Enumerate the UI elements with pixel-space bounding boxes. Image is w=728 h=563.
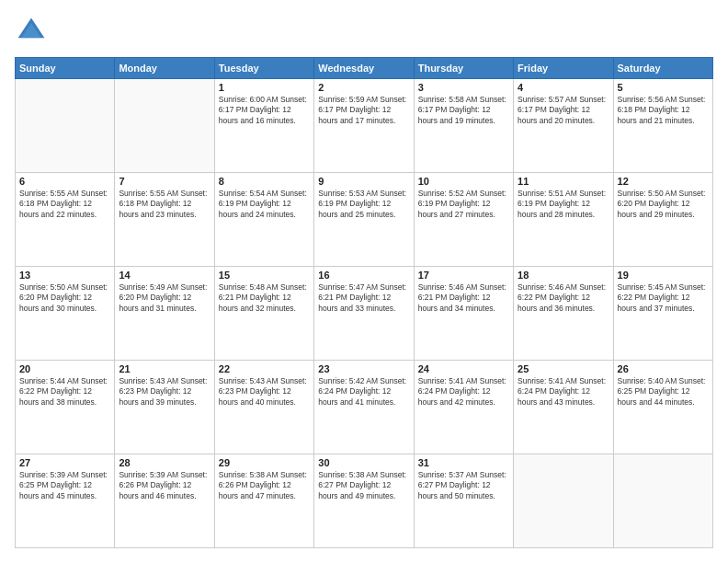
day-info-31: Sunrise: 5:37 AM Sunset: 6:27 PM Dayligh…	[418, 470, 509, 501]
header	[15, 15, 713, 48]
day-info-24: Sunrise: 5:41 AM Sunset: 6:24 PM Dayligh…	[418, 376, 509, 408]
week-row-2: 6Sunrise: 5:55 AM Sunset: 6:18 PM Daylig…	[16, 173, 713, 267]
day-number-30: 30	[318, 457, 409, 468]
day-info-15: Sunrise: 5:48 AM Sunset: 6:21 PM Dayligh…	[219, 282, 310, 314]
empty-cell	[16, 79, 115, 173]
day-number-15: 15	[219, 270, 310, 281]
day-cell-30: 30Sunrise: 5:38 AM Sunset: 6:27 PM Dayli…	[314, 454, 414, 548]
day-info-6: Sunrise: 5:55 AM Sunset: 6:18 PM Dayligh…	[19, 189, 110, 220]
day-number-20: 20	[19, 363, 110, 374]
day-cell-14: 14Sunrise: 5:49 AM Sunset: 6:20 PM Dayli…	[115, 267, 214, 361]
day-number-22: 22	[219, 363, 310, 374]
logo	[15, 15, 51, 48]
day-info-23: Sunrise: 5:42 AM Sunset: 6:24 PM Dayligh…	[318, 376, 409, 408]
day-cell-6: 6Sunrise: 5:55 AM Sunset: 6:18 PM Daylig…	[16, 173, 115, 267]
day-cell-23: 23Sunrise: 5:42 AM Sunset: 6:24 PM Dayli…	[314, 361, 414, 454]
week-row-3: 13Sunrise: 5:50 AM Sunset: 6:20 PM Dayli…	[16, 267, 713, 361]
day-info-25: Sunrise: 5:41 AM Sunset: 6:24 PM Dayligh…	[518, 376, 609, 408]
day-info-20: Sunrise: 5:44 AM Sunset: 6:22 PM Dayligh…	[19, 376, 110, 408]
day-info-30: Sunrise: 5:38 AM Sunset: 6:27 PM Dayligh…	[318, 470, 409, 501]
weekday-header-sunday: Sunday	[16, 58, 115, 79]
day-number-5: 5	[618, 82, 709, 93]
weekday-header-friday: Friday	[514, 58, 613, 79]
day-cell-20: 20Sunrise: 5:44 AM Sunset: 6:22 PM Dayli…	[16, 361, 115, 454]
day-cell-17: 17Sunrise: 5:46 AM Sunset: 6:21 PM Dayli…	[414, 267, 513, 361]
day-info-4: Sunrise: 5:57 AM Sunset: 6:17 PM Dayligh…	[518, 95, 609, 126]
weekday-header-saturday: Saturday	[613, 58, 712, 79]
day-info-26: Sunrise: 5:40 AM Sunset: 6:25 PM Dayligh…	[618, 376, 709, 408]
day-info-11: Sunrise: 5:51 AM Sunset: 6:19 PM Dayligh…	[518, 189, 609, 220]
day-cell-5: 5Sunrise: 5:56 AM Sunset: 6:18 PM Daylig…	[613, 79, 712, 173]
day-cell-28: 28Sunrise: 5:39 AM Sunset: 6:26 PM Dayli…	[115, 454, 214, 548]
day-cell-24: 24Sunrise: 5:41 AM Sunset: 6:24 PM Dayli…	[414, 361, 513, 454]
day-number-10: 10	[418, 176, 509, 187]
day-info-2: Sunrise: 5:59 AM Sunset: 6:17 PM Dayligh…	[318, 95, 409, 126]
day-cell-9: 9Sunrise: 5:53 AM Sunset: 6:19 PM Daylig…	[314, 173, 414, 267]
day-cell-3: 3Sunrise: 5:58 AM Sunset: 6:17 PM Daylig…	[414, 79, 513, 173]
day-number-3: 3	[418, 82, 509, 93]
day-info-9: Sunrise: 5:53 AM Sunset: 6:19 PM Dayligh…	[318, 189, 409, 220]
day-number-8: 8	[219, 176, 310, 187]
day-cell-12: 12Sunrise: 5:50 AM Sunset: 6:20 PM Dayli…	[613, 173, 712, 267]
day-cell-21: 21Sunrise: 5:43 AM Sunset: 6:23 PM Dayli…	[115, 361, 214, 454]
calendar-table: SundayMondayTuesdayWednesdayThursdayFrid…	[15, 57, 713, 548]
day-cell-11: 11Sunrise: 5:51 AM Sunset: 6:19 PM Dayli…	[514, 173, 613, 267]
empty-cell	[514, 454, 613, 548]
day-number-31: 31	[418, 457, 509, 468]
day-info-10: Sunrise: 5:52 AM Sunset: 6:19 PM Dayligh…	[418, 189, 509, 220]
day-cell-2: 2Sunrise: 5:59 AM Sunset: 6:17 PM Daylig…	[314, 79, 414, 173]
day-cell-1: 1Sunrise: 6:00 AM Sunset: 6:17 PM Daylig…	[214, 79, 313, 173]
weekday-header-monday: Monday	[115, 58, 214, 79]
day-number-29: 29	[219, 457, 310, 468]
page: SundayMondayTuesdayWednesdayThursdayFrid…	[0, 0, 728, 563]
day-cell-31: 31Sunrise: 5:37 AM Sunset: 6:27 PM Dayli…	[414, 454, 513, 548]
day-info-28: Sunrise: 5:39 AM Sunset: 6:26 PM Dayligh…	[119, 470, 210, 501]
day-number-2: 2	[318, 82, 409, 93]
day-number-25: 25	[518, 363, 609, 374]
day-number-23: 23	[318, 363, 409, 374]
day-number-1: 1	[219, 82, 310, 93]
week-row-4: 20Sunrise: 5:44 AM Sunset: 6:22 PM Dayli…	[16, 361, 713, 454]
weekday-header-wednesday: Wednesday	[314, 58, 414, 79]
day-info-5: Sunrise: 5:56 AM Sunset: 6:18 PM Dayligh…	[618, 95, 709, 126]
weekday-header-row: SundayMondayTuesdayWednesdayThursdayFrid…	[16, 58, 713, 79]
day-number-6: 6	[19, 176, 110, 187]
day-cell-25: 25Sunrise: 5:41 AM Sunset: 6:24 PM Dayli…	[514, 361, 613, 454]
day-cell-15: 15Sunrise: 5:48 AM Sunset: 6:21 PM Dayli…	[214, 267, 313, 361]
day-number-18: 18	[518, 270, 609, 281]
week-row-5: 27Sunrise: 5:39 AM Sunset: 6:25 PM Dayli…	[16, 454, 713, 548]
day-info-19: Sunrise: 5:45 AM Sunset: 6:22 PM Dayligh…	[618, 282, 709, 314]
day-info-13: Sunrise: 5:50 AM Sunset: 6:20 PM Dayligh…	[19, 282, 110, 314]
day-number-19: 19	[618, 270, 709, 281]
day-number-21: 21	[119, 363, 210, 374]
day-number-26: 26	[618, 363, 709, 374]
day-info-29: Sunrise: 5:38 AM Sunset: 6:26 PM Dayligh…	[219, 470, 310, 501]
day-number-9: 9	[318, 176, 409, 187]
weekday-header-thursday: Thursday	[414, 58, 513, 79]
day-cell-26: 26Sunrise: 5:40 AM Sunset: 6:25 PM Dayli…	[613, 361, 712, 454]
day-info-8: Sunrise: 5:54 AM Sunset: 6:19 PM Dayligh…	[219, 189, 310, 220]
day-cell-7: 7Sunrise: 5:55 AM Sunset: 6:18 PM Daylig…	[115, 173, 214, 267]
logo-icon	[15, 15, 48, 48]
day-number-14: 14	[119, 270, 210, 281]
day-number-13: 13	[19, 270, 110, 281]
day-number-12: 12	[618, 176, 709, 187]
day-info-12: Sunrise: 5:50 AM Sunset: 6:20 PM Dayligh…	[618, 189, 709, 220]
week-row-1: 1Sunrise: 6:00 AM Sunset: 6:17 PM Daylig…	[16, 79, 713, 173]
day-info-18: Sunrise: 5:46 AM Sunset: 6:22 PM Dayligh…	[518, 282, 609, 314]
empty-cell	[613, 454, 712, 548]
day-info-3: Sunrise: 5:58 AM Sunset: 6:17 PM Dayligh…	[418, 95, 509, 126]
day-number-27: 27	[19, 457, 110, 468]
day-cell-10: 10Sunrise: 5:52 AM Sunset: 6:19 PM Dayli…	[414, 173, 513, 267]
day-cell-8: 8Sunrise: 5:54 AM Sunset: 6:19 PM Daylig…	[214, 173, 313, 267]
day-cell-27: 27Sunrise: 5:39 AM Sunset: 6:25 PM Dayli…	[16, 454, 115, 548]
day-cell-13: 13Sunrise: 5:50 AM Sunset: 6:20 PM Dayli…	[16, 267, 115, 361]
day-number-24: 24	[418, 363, 509, 374]
day-info-14: Sunrise: 5:49 AM Sunset: 6:20 PM Dayligh…	[119, 282, 210, 314]
day-cell-29: 29Sunrise: 5:38 AM Sunset: 6:26 PM Dayli…	[214, 454, 313, 548]
day-info-1: Sunrise: 6:00 AM Sunset: 6:17 PM Dayligh…	[219, 95, 310, 126]
day-cell-22: 22Sunrise: 5:43 AM Sunset: 6:23 PM Dayli…	[214, 361, 313, 454]
day-info-16: Sunrise: 5:47 AM Sunset: 6:21 PM Dayligh…	[318, 282, 409, 314]
day-info-21: Sunrise: 5:43 AM Sunset: 6:23 PM Dayligh…	[119, 376, 210, 408]
day-cell-16: 16Sunrise: 5:47 AM Sunset: 6:21 PM Dayli…	[314, 267, 414, 361]
